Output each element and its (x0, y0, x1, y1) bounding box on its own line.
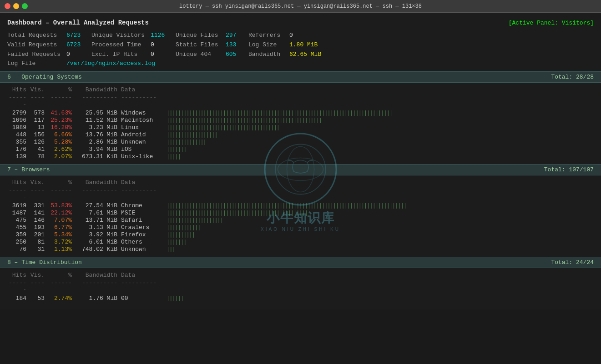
table-area-os: Hits Vis. % Bandwidth Data ------ ---- -… (7, 83, 594, 164)
table-row: 359 201 5.34% 3.92 MiB Firefox |||||||||… (7, 231, 594, 238)
cell-hits: 2799 (7, 110, 30, 116)
unique-404-value: 605 (226, 50, 248, 60)
cell-hits: 1487 (7, 209, 30, 216)
active-panel-label: [Active Panel: Visitors] (509, 20, 594, 26)
cell-vis: 53 (30, 295, 48, 302)
bandwidth-value: 62.65 MiB (289, 50, 328, 60)
cell-pct: 6.66% (48, 131, 76, 138)
cell-bw: 7.61 MiB (76, 209, 121, 216)
cell-vis: 13 (30, 124, 48, 131)
cell-bar: ||||||||||||||||||||||||||||||||||||||||… (167, 110, 594, 116)
cell-bar: |||||||||||| (167, 224, 594, 231)
cell-hits: 1089 (7, 124, 30, 131)
cell-name: Macintosh (121, 117, 167, 124)
cell-bw: 13.76 MiB (76, 131, 121, 138)
section-header-os: 6 – Operating SystemsTotal: 28/28 (0, 71, 601, 83)
stats-section: Total Requests 6723 Unique Visitors 1126… (7, 31, 594, 69)
cell-vis: 146 (30, 217, 48, 224)
cell-hits: 3619 (7, 202, 30, 209)
cell-bw: 6.01 MiB (76, 239, 121, 245)
referrers-label: Referrers (248, 31, 289, 40)
cell-name: 00 (121, 295, 167, 302)
unique-visitors-value: 1126 (151, 31, 176, 40)
failed-requests-label: Failed Requests (7, 50, 66, 60)
cell-name: Linux (121, 124, 167, 131)
cell-hits: 475 (7, 217, 30, 224)
cell-name: Unknown (121, 246, 167, 253)
table-row: 3619 331 53.83% 27.54 MiB Chrome |||||||… (7, 202, 594, 209)
cell-vis: 31 (30, 246, 48, 253)
cell-pct: 22.12% (48, 209, 76, 216)
cell-bar: ||||||||||||||||||||||||||||||||||||||||… (167, 203, 594, 209)
table-row: 250 81 3.72% 6.01 MiB Others ||||||| (7, 239, 594, 245)
window-controls (5, 3, 28, 9)
cell-bar: |||||||||| (167, 232, 594, 238)
cell-vis: 41 (30, 146, 48, 153)
col-header-bar (167, 272, 594, 279)
section-header-time: 8 – Time DistributionTotal: 24/24 (0, 257, 601, 268)
cell-bar: |||||||||||||||||||||||||||||||||||||||| (167, 125, 594, 131)
log-file-label: Log File (7, 59, 66, 69)
col-header-pct: % (48, 86, 76, 93)
excl-ip-label: Excl. IP Hits (91, 50, 151, 60)
total-requests-label: Total Requests (7, 31, 66, 40)
cell-bar: ||| (167, 246, 594, 253)
table-row: 455 193 6.77% 3.13 MiB Crawlers ||||||||… (7, 224, 594, 231)
section-title-time: 8 – Time Distribution (7, 259, 82, 266)
cell-vis: 331 (30, 202, 48, 209)
maximize-button[interactable] (22, 3, 28, 9)
cell-hits: 176 (7, 146, 30, 153)
cell-pct: 53.83% (48, 202, 76, 209)
col-headers-os: Hits Vis. % Bandwidth Data (7, 86, 594, 93)
col-headers-time: Hits Vis. % Bandwidth Data (7, 272, 594, 279)
close-button[interactable] (5, 3, 10, 9)
col-header-vis: Vis. (30, 179, 48, 186)
table-row: 176 41 2.62% 3.94 MiB iOS ||||||| (7, 146, 594, 153)
cell-bar: ||||||| (167, 146, 594, 153)
cell-name: Others (121, 239, 167, 245)
cell-bar: |||||||||||||||||| (167, 132, 594, 138)
cell-bar: ||||||||||||||||||||||||||||||||||||||||… (167, 210, 594, 216)
col-header-bar (167, 179, 594, 186)
cell-vis: 193 (30, 224, 48, 231)
total-requests-value: 6723 (66, 31, 91, 40)
col-divider-time: ------ ---- ------ ---------- ---------- (7, 279, 594, 293)
dashboard-header: Dashboard – Overall Analyzed Requests [A… (7, 16, 594, 31)
table-row: 1089 13 16.20% 3.23 MiB Linux ||||||||||… (7, 124, 594, 131)
table-area-time: Hits Vis. % Bandwidth Data ------ ---- -… (7, 268, 594, 306)
cell-name: Unix-like (121, 153, 167, 160)
cell-vis: 201 (30, 231, 48, 238)
cell-name: Crawlers (121, 224, 167, 231)
section-total-os: Total: 28/28 (551, 74, 594, 80)
cell-pct: 41.63% (48, 110, 76, 116)
excl-ip-value: 0 (151, 50, 176, 60)
cell-hits: 448 (7, 131, 30, 138)
cell-vis: 81 (30, 239, 48, 245)
cell-name: Firefox (121, 231, 167, 238)
cell-pct: 7.07% (48, 217, 76, 224)
stats-row-2: Valid Requests 6723 Processed Time 0 Sta… (7, 40, 594, 50)
cell-hits: 455 (7, 224, 30, 231)
col-header-bar (167, 86, 594, 93)
col-header-pct: % (48, 179, 76, 186)
cell-vis: 78 (30, 153, 48, 160)
table-row: 2799 573 41.63% 25.95 MiB Windows ||||||… (7, 110, 594, 116)
cell-bw: 1.76 MiB (76, 295, 121, 302)
table-row: 475 146 7.07% 13.71 MiB Safari |||||||||… (7, 217, 594, 224)
cell-name: MSIE (121, 209, 167, 216)
processed-time-label: Processed Time (91, 40, 151, 50)
cell-hits: 1696 (7, 117, 30, 124)
cell-hits: 359 (7, 231, 30, 238)
minimize-button[interactable] (13, 3, 19, 9)
stats-row-1: Total Requests 6723 Unique Visitors 1126… (7, 31, 594, 40)
cell-pct: 6.77% (48, 224, 76, 231)
cell-bar: |||||| (167, 295, 594, 302)
cell-pct: 16.20% (48, 124, 76, 131)
cell-pct: 25.23% (48, 117, 76, 124)
col-header-hits: Hits (7, 86, 30, 93)
cell-bar: |||||||||||||| (167, 139, 594, 145)
cell-vis: 126 (30, 139, 48, 145)
table-row: 76 31 1.13% 748.02 KiB Unknown ||| (7, 246, 594, 253)
table-row: 448 156 6.66% 13.76 MiB Android ||||||||… (7, 131, 594, 138)
table-row: 1487 141 22.12% 7.61 MiB MSIE ||||||||||… (7, 209, 594, 216)
